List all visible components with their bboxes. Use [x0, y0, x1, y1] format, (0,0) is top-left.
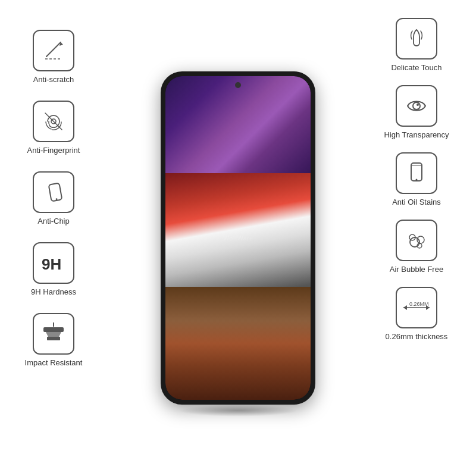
eye-icon	[402, 91, 431, 121]
high-transparency-label: High Transparency	[384, 130, 449, 139]
phone-display: WolfWare	[161, 71, 315, 405]
high-transparency-icon-box	[396, 85, 437, 127]
svg-text:0.26MM: 0.26MM	[409, 301, 429, 307]
feature-air-bubble: Air Bubble Free	[390, 220, 443, 274]
anti-fingerprint-label: Anti-Fingerprint	[27, 146, 80, 155]
9h-hardness-icon-box: 9H	[33, 242, 74, 284]
svg-point-18	[417, 236, 424, 243]
feature-high-transparency: High Transparency	[384, 85, 449, 139]
svg-line-0	[46, 42, 61, 57]
phone-shadow	[178, 405, 298, 416]
svg-rect-10	[47, 337, 60, 340]
anti-fingerprint-icon-box	[33, 101, 74, 142]
product-page: Anti-scratch Anti-Fingerprint	[0, 0, 476, 476]
chip-icon	[40, 179, 67, 205]
svg-rect-8	[43, 327, 64, 332]
air-bubble-icon-box	[396, 220, 437, 261]
thickness-icon-box: 0.26MM	[396, 287, 437, 328]
bubble-icon	[402, 226, 431, 255]
feature-thickness: 0.26MM 0.26mm thickness	[386, 287, 448, 341]
thickness-label: 0.26mm thickness	[386, 332, 448, 341]
feature-anti-oil: Anti Oil Stains	[392, 152, 441, 206]
screen-content: WolfWare	[165, 76, 311, 400]
svg-marker-22	[403, 305, 407, 310]
9h-hardness-label: 9H Hardness	[31, 287, 76, 296]
watermark: WolfWare	[223, 234, 253, 242]
9h-icon: 9H	[39, 248, 68, 278]
screen-bottom	[165, 287, 311, 400]
svg-marker-9	[46, 332, 61, 337]
impact-resistant-label: Impact Resistant	[25, 358, 83, 367]
delicate-touch-icon-box	[396, 18, 437, 60]
oil-icon	[402, 158, 431, 188]
touch-icon	[402, 24, 431, 54]
right-features: Delicate Touch High Transparency	[363, 18, 470, 341]
phone-camera	[235, 82, 241, 88]
anti-oil-label: Anti Oil Stains	[392, 198, 441, 206]
fingerprint-icon	[39, 107, 68, 136]
impact-resistant-icon-box	[33, 313, 74, 355]
feature-anti-chip: Anti-Chip	[33, 171, 74, 226]
feature-anti-scratch: Anti-scratch	[33, 30, 74, 84]
svg-point-13	[416, 104, 419, 106]
svg-point-12	[413, 102, 420, 109]
thickness-icon: 0.26MM	[399, 293, 434, 322]
feature-anti-fingerprint: Anti-Fingerprint	[27, 101, 80, 155]
impact-icon	[39, 319, 68, 349]
anti-chip-label: Anti-Chip	[37, 217, 69, 226]
phone-outer: WolfWare	[161, 71, 315, 405]
feature-impact-resistant: Impact Resistant	[25, 313, 83, 367]
svg-text:9H: 9H	[42, 255, 61, 273]
anti-chip-icon-box	[33, 171, 74, 213]
air-bubble-label: Air Bubble Free	[390, 265, 443, 274]
feature-9h-hardness: 9H 9H Hardness	[31, 242, 76, 296]
svg-point-15	[416, 179, 418, 181]
anti-oil-icon-box	[396, 152, 437, 194]
left-features: Anti-scratch Anti-Fingerprint	[6, 30, 101, 367]
svg-rect-5	[49, 183, 62, 202]
scratch-icon	[40, 37, 67, 64]
anti-scratch-label: Anti-scratch	[33, 75, 74, 84]
phone-screen: WolfWare	[165, 76, 311, 400]
delicate-touch-label: Delicate Touch	[391, 63, 441, 72]
anti-scratch-icon-box	[33, 30, 74, 71]
feature-delicate-touch: Delicate Touch	[391, 18, 441, 72]
